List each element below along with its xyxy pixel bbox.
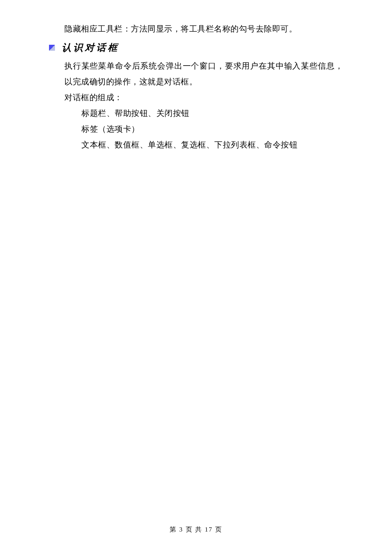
document-content: 隐藏相应工具栏：方法同显示，将工具栏名称的勾号去除即可。 认识对话框 执行某些菜… bbox=[0, 0, 392, 153]
list-item: 标签（选项卡） bbox=[81, 121, 343, 137]
list-item: 文本框、数值框、单选框、复选框、下拉列表框、命令按钮 bbox=[81, 137, 343, 153]
page-footer: 第 3 页 共 17 页 bbox=[0, 526, 392, 534]
section-heading: 认识对话框 bbox=[49, 41, 343, 54]
bullet-square-icon bbox=[49, 45, 55, 51]
list-item: 标题栏、帮助按钮、关闭按钮 bbox=[81, 106, 343, 121]
intro-paragraph: 隐藏相应工具栏：方法同显示，将工具栏名称的勾号去除即可。 bbox=[64, 21, 343, 37]
body-paragraph-2: 对话框的组成： bbox=[64, 90, 343, 106]
heading-text: 认识对话框 bbox=[62, 41, 119, 54]
body-paragraph-1: 执行某些菜单命令后系统会弹出一个窗口，要求用户在其中输入某些信息，以完成确切的操… bbox=[64, 58, 343, 90]
